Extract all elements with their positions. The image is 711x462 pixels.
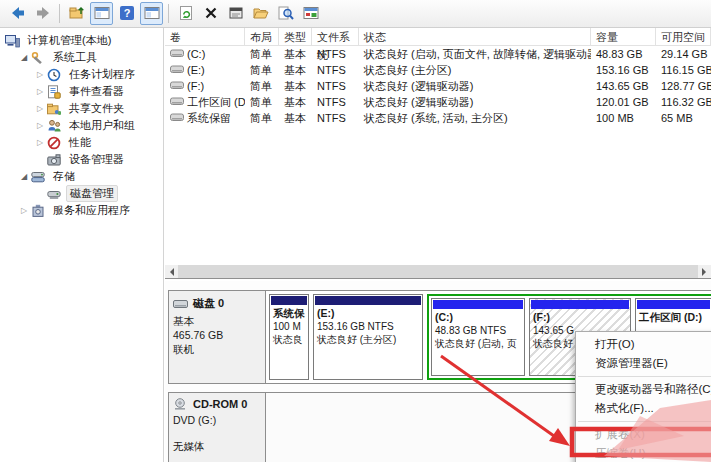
partition-label: 系统保 — [273, 307, 305, 320]
volume-fs: NTFS — [312, 112, 359, 124]
volume-row-e[interactable]: (E:) 简单 基本 NTFS 状态良好 (主分区) 153.16 GB 116… — [165, 62, 711, 78]
partition-status: 状态良好 (主分区) — [317, 333, 419, 346]
drive-icon — [170, 112, 184, 124]
cdrom-status: 无媒体 — [173, 439, 261, 453]
volume-status: 状态良好 (启动, 页面文件, 故障转储, 逻辑驱动器) — [359, 47, 591, 62]
collapsed-arrow-icon[interactable]: ▷ — [34, 87, 46, 96]
tree-item-services-applications[interactable]: ▷ 服务和应用程序 — [0, 202, 163, 219]
collapsed-arrow-icon[interactable]: ▷ — [34, 121, 46, 130]
column-header-volume[interactable]: 卷 — [165, 28, 245, 46]
tree-item-label: 共享文件夹 — [66, 101, 127, 116]
properties-icon — [228, 5, 244, 23]
properties-button[interactable] — [224, 2, 247, 25]
volume-type: 基本 — [279, 111, 312, 126]
volume-name: (E:) — [187, 64, 205, 76]
menu-item-change-drive-letter[interactable]: 更改驱动器号和路径(C)... — [576, 380, 711, 399]
help-topics-button[interactable] — [299, 2, 322, 25]
find-icon — [278, 5, 294, 23]
collapsed-arrow-icon[interactable]: ▷ — [34, 104, 46, 113]
menu-separator — [578, 421, 711, 422]
delete-button[interactable] — [199, 2, 222, 25]
menu-item-shrink-volume[interactable]: 压缩卷(H)... — [576, 444, 711, 462]
scroll-left-button[interactable] — [165, 265, 178, 278]
open-folder-icon — [253, 5, 269, 23]
volume-row-d[interactable]: 工作区间 (D:) 简单 基本 NTFS 状态良好 (逻辑驱动器) 120.01… — [165, 94, 711, 110]
tree-item-local-users-groups[interactable]: ▷ 本地用户和组 — [0, 117, 163, 134]
performance-icon — [46, 136, 62, 150]
menu-separator — [578, 376, 711, 377]
tree-item-task-scheduler[interactable]: ▷ 任务计划程序 — [0, 66, 163, 83]
volume-layout: 简单 — [245, 63, 279, 78]
volume-layout: 简单 — [245, 111, 279, 126]
disk-title: 磁盘 0 — [193, 296, 224, 311]
tree-item-disk-management[interactable]: 磁盘管理 — [0, 185, 163, 202]
tree-item-label: 磁盘管理 — [66, 185, 118, 202]
partition-status: 状态良 — [273, 333, 305, 346]
volume-type: 基本 — [279, 47, 312, 62]
show-hide-pane-button[interactable] — [140, 2, 163, 25]
tree-item-device-manager[interactable]: 设备管理器 — [0, 151, 163, 168]
horizontal-scrollbar[interactable] — [165, 265, 711, 278]
cd-rom-icon — [173, 398, 189, 410]
tree-item-label: 服务和应用程序 — [50, 203, 133, 218]
cdrom-drive: DVD (G:) — [173, 413, 261, 427]
partition-size: 153.16 GB NTFS — [317, 320, 419, 333]
find-button[interactable] — [274, 2, 297, 25]
tree-item-computer-management[interactable]: 计算机管理(本地) — [0, 32, 163, 49]
tree-item-shared-folders[interactable]: ▷ 共享文件夹 — [0, 100, 163, 117]
services-icon — [30, 204, 46, 218]
volume-row-f[interactable]: (F:) 简单 基本 NTFS 状态良好 (逻辑驱动器) 143.65 GB 1… — [165, 78, 711, 94]
menu-item-extend-volume[interactable]: 扩展卷(X) — [576, 425, 711, 444]
volume-fs: NTFS — [312, 48, 359, 60]
disk0-header[interactable]: 磁盘 0 基本 465.76 GB 联机 — [169, 291, 266, 383]
column-header-type[interactable]: 类型 — [279, 28, 312, 46]
partition-label: (F:) — [533, 311, 627, 324]
help-button[interactable]: ? — [115, 2, 138, 25]
partition-c[interactable]: (C:) 48.83 GB NTFS 状态良好 (启动, 页 — [431, 298, 525, 376]
column-header-layout[interactable]: 布局 — [245, 28, 279, 46]
partition-e[interactable]: (E:) 153.16 GB NTFS 状态良好 (主分区) — [313, 294, 423, 380]
svg-text:?: ? — [123, 7, 130, 19]
primary-partition-bar — [271, 296, 307, 305]
up-level-button[interactable] — [65, 2, 88, 25]
partition-system-reserved[interactable]: 系统保 100 M 状态良 — [269, 294, 309, 380]
tree-item-system-tools[interactable]: ◢ 系统工具 — [0, 49, 163, 66]
back-button[interactable] — [6, 2, 29, 25]
collapsed-arrow-icon[interactable]: ▷ — [34, 138, 46, 147]
cdrom-header[interactable]: CD-ROM 0 DVD (G:) 无媒体 — [169, 393, 266, 462]
column-header-free-space[interactable]: 可用空间 — [656, 28, 711, 46]
menu-item-explorer[interactable]: 资源管理器(E) — [576, 354, 711, 373]
volume-capacity: 100 MB — [591, 112, 656, 124]
tree-item-storage[interactable]: ◢ 存储 — [0, 168, 163, 185]
delete-icon — [203, 5, 219, 23]
tree-item-label: 性能 — [66, 135, 94, 150]
expanded-arrow-icon[interactable]: ◢ — [18, 172, 30, 181]
volume-type: 基本 — [279, 79, 312, 94]
tree-item-event-viewer[interactable]: ▷ 事件查看器 — [0, 83, 163, 100]
volume-free: 29.14 GB — [656, 48, 711, 60]
drive-icon — [170, 80, 184, 92]
column-header-filesystem[interactable]: 文件系统 — [312, 28, 359, 46]
show-console-tree-button[interactable] — [90, 2, 113, 25]
volume-row-c[interactable]: (C:) 简单 基本 NTFS 状态良好 (启动, 页面文件, 故障转储, 逻辑… — [165, 46, 711, 62]
refresh-button[interactable] — [174, 2, 197, 25]
tree-item-performance[interactable]: ▷ 性能 — [0, 134, 163, 151]
volume-row-system-reserved[interactable]: 系统保留 简单 基本 NTFS 状态良好 (系统, 活动, 主分区) 100 M… — [165, 110, 711, 126]
menu-item-format[interactable]: 格式化(F)... — [576, 399, 711, 418]
partition-label: (E:) — [317, 307, 419, 320]
disk-status: 联机 — [173, 342, 261, 356]
toolbar-separator — [59, 4, 60, 23]
open-folder-button[interactable] — [249, 2, 272, 25]
scroll-right-button[interactable] — [698, 265, 711, 278]
column-header-status[interactable]: 状态 — [359, 28, 591, 46]
column-header-capacity[interactable]: 容量 — [591, 28, 656, 46]
computer-management-window: ? 计算机管理(本地) ◢ 系统工具 ▷ 任务计划程序 ▷ 事件查看器 — [0, 0, 711, 462]
forward-button[interactable] — [31, 2, 54, 25]
back-icon — [10, 5, 26, 23]
volume-name: 工作区间 (D:) — [187, 95, 245, 110]
scrollbar-thumb[interactable] — [178, 265, 698, 278]
expanded-arrow-icon[interactable]: ◢ — [18, 53, 30, 62]
collapsed-arrow-icon[interactable]: ▷ — [34, 70, 46, 79]
menu-item-open[interactable]: 打开(O) — [576, 335, 711, 354]
collapsed-arrow-icon[interactable]: ▷ — [18, 206, 30, 215]
